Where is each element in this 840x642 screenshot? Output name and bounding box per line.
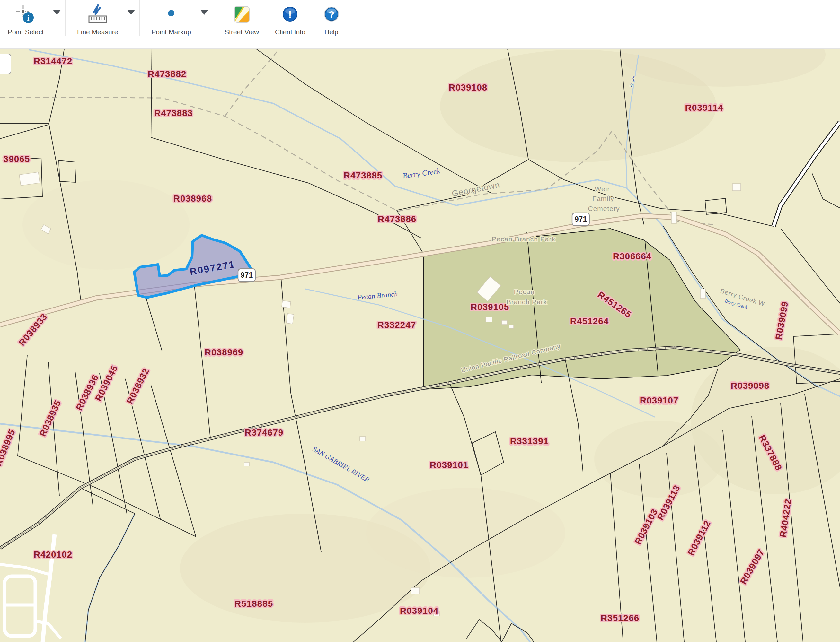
parcel-label-R039097: R039097 xyxy=(738,547,766,586)
divider xyxy=(47,5,48,25)
app-window: i Point Select xyxy=(0,0,840,642)
parcel-label-R473883: R473883 xyxy=(154,108,193,118)
parcel-label-R039098: R039098 xyxy=(731,381,770,391)
parcel-map[interactable]: 971971 R314472R473882R47388339065R038968… xyxy=(0,49,840,642)
line-measure-dropdown[interactable] xyxy=(123,0,140,24)
partial-control[interactable] xyxy=(0,54,11,74)
client-info-label: Client Info xyxy=(275,28,305,36)
point-select-label: Point Select xyxy=(8,28,44,36)
parcel-label-R039099: R039099 xyxy=(773,300,790,340)
place-label-cemetery: Cemetery xyxy=(588,205,620,212)
parcel-label-R332247: R332247 xyxy=(377,320,416,330)
svg-text:971: 971 xyxy=(240,271,253,279)
parcel-label-R404222: R404222 xyxy=(778,498,793,538)
point-markup-label: Point Markup xyxy=(151,28,191,36)
map-viewport[interactable]: 971971 R314472R473882R47388339065R038968… xyxy=(0,49,840,642)
parcel-label-R039114: R039114 xyxy=(685,103,723,113)
point-select-button[interactable]: i Point Select xyxy=(5,0,47,36)
county-road xyxy=(773,122,840,226)
help-label: Help xyxy=(325,28,338,36)
svg-text:i: i xyxy=(27,13,29,22)
parcel-label-R314472: R314472 xyxy=(34,56,73,66)
divider xyxy=(195,5,195,25)
place-label-branch-park: Branch Park xyxy=(507,298,548,306)
street-view-button[interactable]: Street View xyxy=(221,0,262,36)
parcel-label-R420102: R420102 xyxy=(34,550,73,559)
client-info-button[interactable]: ! Client Info xyxy=(272,0,309,36)
parcel-label-R374679: R374679 xyxy=(245,428,284,438)
toolbar: i Point Select xyxy=(0,0,840,49)
parcel-label-R038995: R038995 xyxy=(0,428,17,467)
parcel-label-R038968: R038968 xyxy=(174,194,212,204)
place-label-weir: Weir xyxy=(595,185,610,193)
place-label-pecan: Pecan xyxy=(514,288,535,295)
point-markup-dropdown[interactable] xyxy=(196,0,213,24)
chevron-down-icon xyxy=(200,10,208,15)
street-view-label: Street View xyxy=(224,28,259,36)
help-icon: ? xyxy=(322,2,341,27)
parcel-label-R473882: R473882 xyxy=(148,69,187,79)
parcel-label-R306664: R306664 xyxy=(613,251,652,261)
parcel-label-R039103: R039103 xyxy=(633,507,660,546)
parcel-label-R473885: R473885 xyxy=(344,170,383,180)
parcel-label-R039107: R039107 xyxy=(640,396,679,405)
help-button[interactable]: ? Help xyxy=(318,0,344,36)
parcel-label-R473886: R473886 xyxy=(378,214,417,224)
svg-text:971: 971 xyxy=(575,215,587,224)
parcel-label-R039101: R039101 xyxy=(430,460,469,470)
point-markup-button[interactable]: Point Markup xyxy=(148,0,194,36)
parcel-label-R038935: R038935 xyxy=(37,399,63,438)
parcel-label-R038932: R038932 xyxy=(125,366,151,406)
water-label-berry-creek: Berry Creek xyxy=(402,167,441,180)
place-label-pecan-branch-park-top: Pecan Branch Park xyxy=(492,235,556,243)
point-markup-icon xyxy=(161,2,182,27)
svg-text:?: ? xyxy=(328,9,334,19)
svg-text:!: ! xyxy=(288,8,292,20)
place-label-family: Family xyxy=(592,195,614,202)
parcel-label-R331391: R331391 xyxy=(510,436,549,446)
parcel-label-R039105: R039105 xyxy=(471,302,509,312)
line-measure-icon xyxy=(86,2,109,27)
point-select-dropdown[interactable] xyxy=(49,0,65,24)
chevron-down-icon xyxy=(127,10,135,15)
parcel-label-R039112: R039112 xyxy=(686,519,712,557)
point-select-icon: i xyxy=(15,2,36,27)
parcel-label-R518885: R518885 xyxy=(234,599,273,609)
parcel-label-R351266: R351266 xyxy=(601,613,640,623)
highway-shield-971: 971 xyxy=(238,269,255,282)
chevron-down-icon xyxy=(53,10,61,15)
parcel-label-R039108: R039108 xyxy=(449,83,487,92)
street-view-icon xyxy=(232,2,252,27)
line-measure-label: Line Measure xyxy=(77,28,118,36)
client-info-icon: ! xyxy=(280,2,300,27)
divider xyxy=(122,5,122,25)
highway-shield-971: 971 xyxy=(572,213,590,226)
parcel-label-R038969: R038969 xyxy=(205,347,244,357)
line-measure-button[interactable]: Line Measure xyxy=(74,0,121,36)
parcel-label-R039065-partial: 39065 xyxy=(3,154,30,164)
parcel-label-R451264: R451264 xyxy=(570,316,609,326)
water-label-pecan-branch: Pecan Branch xyxy=(357,290,398,302)
parcel-label-R039104: R039104 xyxy=(400,606,439,616)
